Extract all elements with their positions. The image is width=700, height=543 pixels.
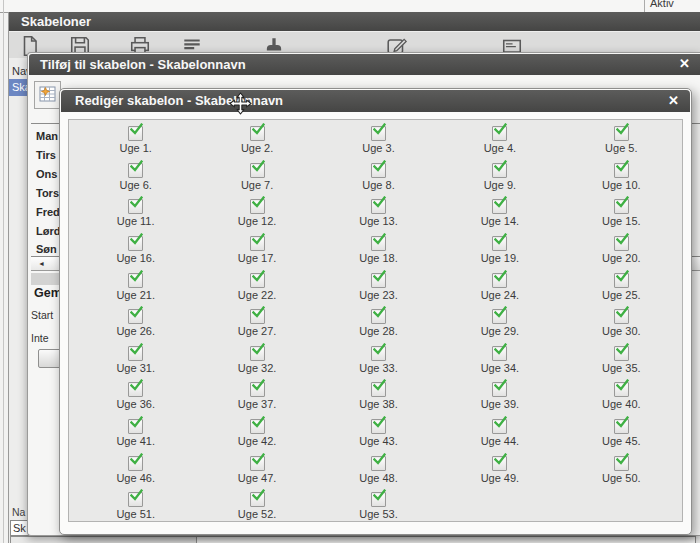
- week-checkbox[interactable]: [492, 456, 507, 471]
- close-icon[interactable]: ✕: [679, 56, 690, 72]
- week-label: Uge 26.: [116, 325, 155, 337]
- week-checkbox[interactable]: [250, 456, 265, 471]
- week-checkbox[interactable]: [371, 273, 386, 288]
- week-checkbox[interactable]: [371, 346, 386, 361]
- week-checkbox[interactable]: [128, 492, 143, 507]
- modal-add-titlebar[interactable]: Tilføj til skabelon - Skabelonnavn: [29, 54, 700, 75]
- weekday-label: Ons: [36, 168, 57, 180]
- week-checkbox[interactable]: [128, 419, 143, 434]
- week-checkbox[interactable]: [371, 126, 386, 141]
- week-checkbox[interactable]: [371, 456, 386, 471]
- week-checkbox[interactable]: [250, 382, 265, 397]
- week-checkbox[interactable]: [614, 346, 629, 361]
- week-label: Uge 45.: [602, 435, 641, 447]
- week-checkbox[interactable]: [128, 163, 143, 178]
- week-checkbox[interactable]: [492, 126, 507, 141]
- week-checkbox[interactable]: [614, 163, 629, 178]
- week-checkbox[interactable]: [492, 236, 507, 251]
- week-checkbox[interactable]: [371, 382, 386, 397]
- weekday-label: Søn: [36, 243, 57, 255]
- week-cell: Uge 41.: [75, 415, 196, 452]
- week-checkbox[interactable]: [371, 199, 386, 214]
- calendar-tab[interactable]: [34, 81, 61, 109]
- weekday-label: Tors: [36, 187, 59, 199]
- week-label: Uge 30.: [602, 325, 641, 337]
- week-checkbox[interactable]: [492, 273, 507, 288]
- week-label: Uge 19.: [481, 252, 520, 264]
- week-cell: Uge 31.: [75, 342, 196, 379]
- week-checkbox[interactable]: [614, 456, 629, 471]
- modal-edit-titlebar[interactable]: Redigér skabelon - Skabelonnavn: [61, 90, 690, 112]
- week-checkbox[interactable]: [492, 163, 507, 178]
- week-label: Uge 27.: [238, 325, 277, 337]
- week-checkbox[interactable]: [250, 273, 265, 288]
- window-titlebar[interactable]: Skabeloner: [9, 12, 700, 31]
- week-checkbox[interactable]: [492, 346, 507, 361]
- week-label: Uge 40.: [602, 398, 641, 410]
- close-icon[interactable]: ✕: [668, 93, 679, 109]
- week-cell: Uge 8.: [318, 159, 439, 196]
- week-checkbox[interactable]: [128, 346, 143, 361]
- week-checkbox[interactable]: [614, 199, 629, 214]
- week-checkbox[interactable]: [250, 309, 265, 324]
- week-label: Uge 43.: [359, 435, 398, 447]
- week-cell: Uge 5.: [561, 122, 682, 159]
- week-checkbox[interactable]: [371, 492, 386, 507]
- week-checkbox[interactable]: [250, 199, 265, 214]
- week-cell: Uge 42.: [196, 415, 317, 452]
- week-cell: Uge 49.: [439, 451, 560, 488]
- scrollbar-thumb[interactable]: [11, 537, 197, 543]
- week-checkbox[interactable]: [492, 419, 507, 434]
- week-label: Uge 2.: [241, 142, 273, 154]
- week-checkbox[interactable]: [128, 309, 143, 324]
- weekday-label: Tirs: [36, 149, 56, 161]
- week-label: Uge 47.: [238, 472, 277, 484]
- week-cell: Uge 19.: [439, 232, 560, 269]
- week-checkbox[interactable]: [492, 382, 507, 397]
- week-label: Uge 49.: [481, 472, 520, 484]
- week-checkbox[interactable]: [128, 273, 143, 288]
- scroll-left-icon[interactable]: ◄: [38, 257, 45, 270]
- week-checkbox[interactable]: [492, 199, 507, 214]
- week-checkbox[interactable]: [128, 236, 143, 251]
- week-checkbox[interactable]: [128, 199, 143, 214]
- week-label: Uge 51.: [116, 508, 155, 520]
- week-checkbox[interactable]: [128, 126, 143, 141]
- week-checkbox[interactable]: [492, 309, 507, 324]
- week-checkbox[interactable]: [371, 163, 386, 178]
- week-checkbox[interactable]: [128, 382, 143, 397]
- week-checkbox[interactable]: [128, 456, 143, 471]
- navn-field-label: Na: [12, 506, 25, 518]
- week-cell: Uge 26.: [75, 305, 196, 342]
- week-cell: Uge 38.: [318, 378, 439, 415]
- week-label: Uge 31.: [116, 362, 155, 374]
- week-checkbox[interactable]: [371, 236, 386, 251]
- week-cell: Uge 30.: [561, 305, 682, 342]
- week-checkbox[interactable]: [614, 236, 629, 251]
- week-checkbox[interactable]: [614, 126, 629, 141]
- week-checkbox[interactable]: [614, 309, 629, 324]
- week-checkbox[interactable]: [250, 346, 265, 361]
- week-checkbox[interactable]: [250, 126, 265, 141]
- week-checkbox[interactable]: [250, 492, 265, 507]
- week-cell: Uge 6.: [75, 159, 196, 196]
- week-cell: Uge 28.: [318, 305, 439, 342]
- horizontal-scrollbar[interactable]: [10, 536, 696, 543]
- week-checkbox[interactable]: [250, 419, 265, 434]
- week-checkbox[interactable]: [250, 163, 265, 178]
- week-checkbox[interactable]: [614, 419, 629, 434]
- table-row-selected[interactable]: Ska: [9, 79, 29, 96]
- week-checkbox[interactable]: [250, 236, 265, 251]
- week-label: Uge 37.: [238, 398, 277, 410]
- week-cell: Uge 22.: [196, 268, 317, 305]
- week-label: Uge 22.: [238, 289, 277, 301]
- week-checkbox[interactable]: [371, 309, 386, 324]
- week-cell: Uge 2.: [196, 122, 317, 159]
- week-checkbox[interactable]: [614, 382, 629, 397]
- week-cell: Uge 43.: [318, 415, 439, 452]
- week-cell: Uge 33.: [318, 342, 439, 379]
- week-checkbox[interactable]: [371, 419, 386, 434]
- interval-label: Inte: [31, 332, 49, 344]
- week-label: Uge 53.: [359, 508, 398, 520]
- week-checkbox[interactable]: [614, 273, 629, 288]
